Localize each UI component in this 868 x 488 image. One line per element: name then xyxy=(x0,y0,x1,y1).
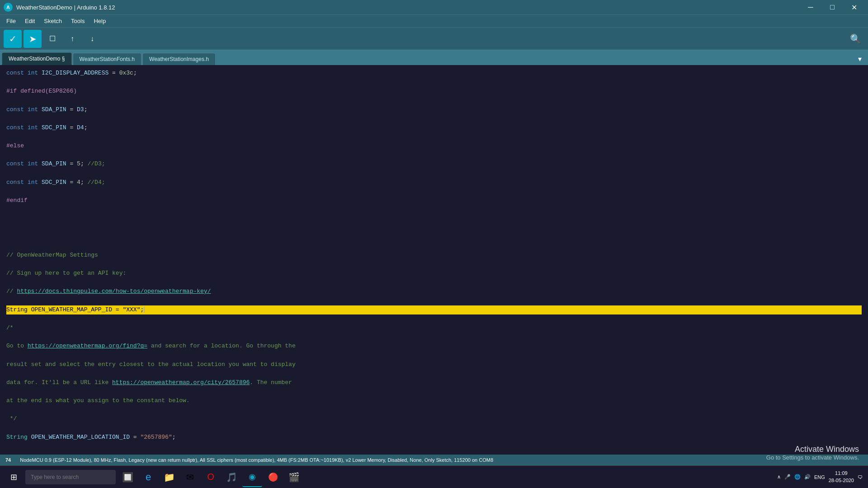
taskbar-time: 11:09 xyxy=(829,470,854,477)
code-line-12: // Sign up here to get an API key: xyxy=(6,269,862,278)
start-button[interactable]: ⊞ xyxy=(2,468,25,486)
taskbar-task-view[interactable]: 🔲 xyxy=(118,467,137,487)
code-line-20: */ xyxy=(6,414,862,423)
minimize-button[interactable]: ─ xyxy=(800,0,821,14)
taskbar-opera[interactable]: O xyxy=(201,467,221,487)
tab-weatherstationdemo[interactable]: WeatherStationDemo § xyxy=(2,52,72,65)
taskbar-search-input[interactable] xyxy=(25,470,116,484)
menu-help[interactable]: Help xyxy=(89,17,110,25)
code-line-2: #if defined(ESP8266) xyxy=(6,87,862,96)
code-line-14: String OPEN_WEATHER_MAP_APP_ID = "XXX"; xyxy=(6,305,862,314)
taskbar-right: ∧ 🎤 🌐 🔊 ENG 11:09 28-05-2020 🗨 xyxy=(777,470,866,484)
code-line-3: const int SDA_PIN = D3; xyxy=(6,105,862,114)
menu-tools[interactable]: Tools xyxy=(66,17,89,25)
toolbar: ✓ ➤ ☐ ↑ ↓ 🔍 xyxy=(0,27,868,50)
code-line-13: // https://docs.thingpulse.com/how-tos/o… xyxy=(6,287,862,296)
code-line-17: result set and select the entry closest … xyxy=(6,360,862,369)
code-line-11: // OpenWeatherMap Settings xyxy=(6,251,862,260)
code-line-19: at the end is what you assign to the con… xyxy=(6,396,862,405)
code-line-6: const int SDA_PIN = 5; //D3; xyxy=(6,160,862,169)
code-line-4: const int SDC_PIN = D4; xyxy=(6,123,862,132)
code-line-9 xyxy=(6,214,862,223)
code-line-10 xyxy=(6,233,862,242)
taskbar-explorer[interactable]: 📁 xyxy=(159,467,179,487)
open-button[interactable]: ↑ xyxy=(63,30,81,48)
taskbar-music[interactable]: 🎵 xyxy=(222,467,241,487)
code-line-8: #endif xyxy=(6,196,862,205)
code-editor[interactable]: const int I2C_DISPLAY_ADDRESS = 0x3c; #i… xyxy=(0,65,868,455)
board-info: NodeMCU 0.9 (ESP-12 Module), 80 MHz, Fla… xyxy=(20,457,493,463)
statusbar: 74 NodeMCU 0.9 (ESP-12 Module), 80 MHz, … xyxy=(0,455,868,465)
tab-dropdown-button[interactable]: ▾ xyxy=(854,52,866,65)
taskbar-edge[interactable]: e xyxy=(138,467,158,487)
maximize-button[interactable]: □ xyxy=(822,0,843,14)
taskbar-arduino[interactable]: ◉ xyxy=(242,467,262,487)
upload-button[interactable]: ➤ xyxy=(24,30,42,48)
new-button[interactable]: ☐ xyxy=(43,30,61,48)
menu-file[interactable]: File xyxy=(2,17,20,25)
taskbar-app6[interactable]: 🎬 xyxy=(284,467,304,487)
menubar: File Edit Sketch Tools Help xyxy=(0,14,868,27)
titlebar: A WeatherStationDemo | Arduino 1.8.12 ─ … xyxy=(0,0,868,14)
code-line-16: Go to https://openweathermap.org/find?q=… xyxy=(6,342,862,351)
taskbar-mail[interactable]: ✉ xyxy=(180,467,200,487)
tab-weatherstationfonts[interactable]: WeatherStationFonts.h xyxy=(73,53,142,65)
menu-sketch[interactable]: Sketch xyxy=(39,17,66,25)
taskbar-chevron[interactable]: ∧ xyxy=(777,474,781,480)
taskbar-clock: 11:09 28-05-2020 xyxy=(829,470,854,484)
code-line-7: const int SDC_PIN = 4; //D4; xyxy=(6,178,862,187)
title-text: WeatherStationDemo | Arduino 1.8.12 xyxy=(16,4,800,11)
tab-weatherstationimages[interactable]: WeatherStationImages.h xyxy=(142,53,216,65)
taskbar-volume-icon: 🔊 xyxy=(804,474,811,480)
title-icon: A xyxy=(4,3,13,12)
close-button[interactable]: ✕ xyxy=(844,0,864,14)
taskbar-date: 28-05-2020 xyxy=(829,477,854,484)
code-line-1: const int I2C_DISPLAY_ADDRESS = 0x3c; xyxy=(6,69,862,78)
verify-button[interactable]: ✓ xyxy=(4,30,22,48)
search-button[interactable]: 🔍 xyxy=(846,30,864,48)
code-line-22 xyxy=(6,451,862,455)
taskbar-mic-icon: 🎤 xyxy=(784,474,791,480)
code-line-18: data for. It'll be a URL like https://op… xyxy=(6,378,862,387)
code-line-15: /* xyxy=(6,324,862,333)
menu-edit[interactable]: Edit xyxy=(20,17,39,25)
taskbar: ⊞ 🔲 e 📁 ✉ O 🎵 ◉ 🔴 🎬 ∧ 🎤 🌐 🔊 ENG 11:09 28… xyxy=(0,465,868,488)
taskbar-apps: 🔲 e 📁 ✉ O 🎵 ◉ 🔴 🎬 xyxy=(118,467,304,487)
save-button[interactable]: ↓ xyxy=(83,30,101,48)
taskbar-chrome[interactable]: 🔴 xyxy=(263,467,283,487)
line-number: 74 xyxy=(5,457,11,463)
taskbar-network-icon: 🌐 xyxy=(794,474,801,480)
taskbar-notification[interactable]: 🗨 xyxy=(858,474,863,480)
taskbar-lang: ENG xyxy=(814,474,825,480)
code-line-5: #else xyxy=(6,141,862,150)
window-controls: ─ □ ✕ xyxy=(800,0,864,14)
tabs-bar: WeatherStationDemo § WeatherStationFonts… xyxy=(0,50,868,65)
code-line-21: String OPEN_WEATHER_MAP_LOCATION_ID = "2… xyxy=(6,433,862,442)
